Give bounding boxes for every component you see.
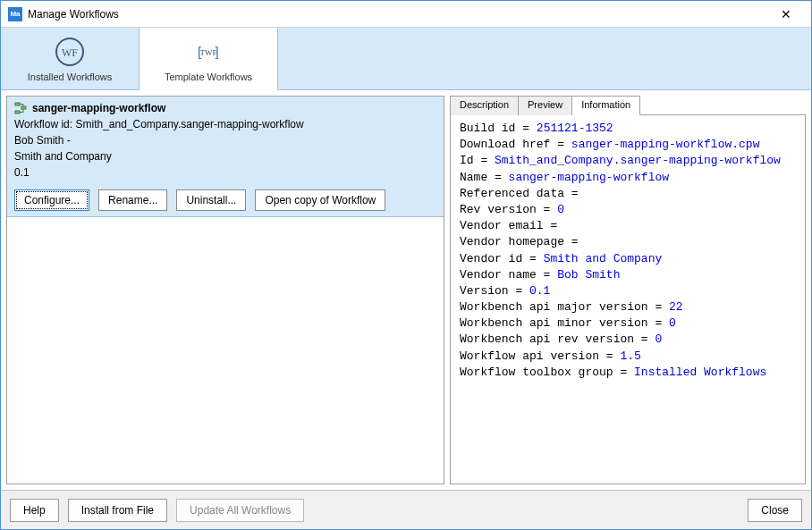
help-button[interactable]: Help <box>10 499 59 522</box>
app-icon: Ma <box>8 7 22 21</box>
workflow-actions: Configure... Rename... Uninstall... Open… <box>14 189 436 211</box>
open-copy-button[interactable]: Open copy of Workflow <box>255 189 385 211</box>
workflow-item-icon <box>14 102 27 114</box>
info-row: Rev version = 0 <box>460 202 796 218</box>
workflow-item[interactable]: sanger-mapping-workflow Workflow id: Smi… <box>7 97 444 217</box>
workflow-version: 0.1 <box>14 164 436 181</box>
info-row: Build id = 251121-1352 <box>460 121 796 137</box>
tab-information[interactable]: Information <box>571 96 640 115</box>
info-row: Referenced data = <box>460 186 796 202</box>
tab-template-workflows[interactable]: [TWF] Template Workflows <box>140 28 278 90</box>
info-key: Download href = <box>460 138 571 151</box>
info-row: Workbench api rev version = 0 <box>460 332 796 348</box>
info-value: 0 <box>655 332 662 346</box>
info-row: Workbench api major version = 22 <box>460 299 796 315</box>
info-key: Workbench api minor version = <box>460 316 669 330</box>
tab-preview[interactable]: Preview <box>518 96 572 115</box>
info-value: Installed Workflows <box>634 366 766 379</box>
workflow-id: Workflow id: Smith_and_Company.sanger-ma… <box>14 116 436 132</box>
workflow-list: sanger-mapping-workflow Workflow id: Smi… <box>6 96 444 484</box>
info-key: Vendor name = <box>460 268 557 282</box>
info-row: Vendor id = Smith and Company <box>460 251 796 267</box>
info-value: 251121-1352 <box>537 122 613 135</box>
info-value: 22 <box>669 300 683 314</box>
window-title: Manage Workflows <box>28 8 768 21</box>
svg-text:WF: WF <box>62 46 78 59</box>
twf-icon: [TWF] <box>192 36 224 68</box>
configure-button[interactable]: Configure... <box>14 189 89 211</box>
info-key: Referenced data = <box>460 187 579 200</box>
info-key: Build id = <box>460 122 537 135</box>
info-key: Name = <box>460 171 509 184</box>
info-row: Version = 0.1 <box>460 283 796 299</box>
svg-rect-7 <box>15 111 20 114</box>
details-pane: Description Preview Information Build id… <box>450 96 806 484</box>
manage-workflows-window: Ma Manage Workflows ✕ WF Installed Workf… <box>0 0 812 530</box>
info-key: Workbench api rev version = <box>460 332 655 346</box>
info-row: Vendor homepage = <box>460 234 796 250</box>
svg-text:TWF: TWF <box>200 47 217 56</box>
tab-label: Installed Workflows <box>28 72 113 82</box>
footer: Help Install from File Update All Workfl… <box>1 490 811 529</box>
info-row: Vendor name = Bob Smith <box>460 267 796 283</box>
info-row: Name = sanger-mapping-workflow <box>460 170 796 186</box>
main-area: sanger-mapping-workflow Workflow id: Smi… <box>1 90 811 490</box>
titlebar: Ma Manage Workflows ✕ <box>1 1 811 28</box>
info-key: Workbench api major version = <box>460 300 669 314</box>
uninstall-button[interactable]: Uninstall... <box>176 189 246 211</box>
update-all-workflows-button: Update All Workflows <box>176 499 304 522</box>
svg-text:]: ] <box>216 44 219 59</box>
info-key: Vendor id = <box>460 252 544 265</box>
info-value: 1.5 <box>620 349 640 363</box>
tab-description[interactable]: Description <box>450 96 519 115</box>
top-tabs: WF Installed Workflows [TWF] Template Wo… <box>1 28 811 90</box>
info-row: Workbench api minor version = 0 <box>460 315 796 332</box>
close-button[interactable]: Close <box>748 499 802 522</box>
tab-installed-workflows[interactable]: WF Installed Workflows <box>1 28 140 89</box>
info-key: Workflow toolbox group = <box>460 366 634 379</box>
info-value: sanger-mapping-workflow.cpw <box>571 138 760 151</box>
info-value: Smith and Company <box>544 252 663 265</box>
info-value: Smith_and_Company.sanger-mapping-workflo… <box>495 154 781 167</box>
svg-rect-6 <box>21 106 26 109</box>
info-key: Rev version = <box>460 203 557 216</box>
close-icon[interactable]: ✕ <box>768 2 804 27</box>
info-key: Vendor homepage = <box>460 235 579 248</box>
tab-label: Template Workflows <box>165 72 252 82</box>
info-row: Id = Smith_and_Company.sanger-mapping-wo… <box>460 153 796 169</box>
info-row: Workflow api version = 1.5 <box>460 349 796 365</box>
info-row: Vendor email = <box>460 218 796 234</box>
workflow-author: Bob Smith - <box>14 132 436 148</box>
wf-icon: WF <box>54 36 86 68</box>
info-key: Id = <box>460 154 495 167</box>
info-row: Workflow toolbox group = Installed Workf… <box>460 365 796 381</box>
info-key: Vendor email = <box>460 219 557 232</box>
info-value: Bob Smith <box>557 268 620 282</box>
info-key: Version = <box>460 284 529 298</box>
info-value: 0.1 <box>529 284 550 298</box>
rename-button[interactable]: Rename... <box>98 189 167 211</box>
info-row: Download href = sanger-mapping-workflow.… <box>460 137 796 153</box>
info-tabs: Description Preview Information <box>450 96 806 115</box>
info-value: 0 <box>557 203 564 216</box>
information-panel: Build id = 251121-1352Download href = sa… <box>450 115 806 484</box>
info-value: sanger-mapping-workflow <box>509 171 669 184</box>
workflow-company: Smith and Company <box>14 148 436 164</box>
svg-rect-5 <box>15 103 20 105</box>
info-value: 0 <box>669 316 676 330</box>
workflow-name: sanger-mapping-workflow <box>32 102 165 114</box>
install-from-file-button[interactable]: Install from File <box>68 499 167 522</box>
info-key: Workflow api version = <box>460 349 620 363</box>
